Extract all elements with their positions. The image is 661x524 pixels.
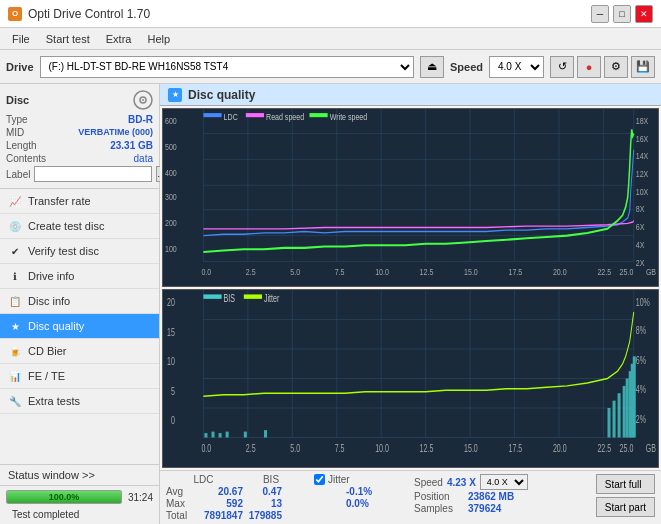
verify-test-disc-icon: ✔ [8,244,22,258]
svg-rect-77 [607,408,610,438]
app-title: Opti Drive Control 1.70 [28,7,150,21]
svg-text:18X: 18X [636,115,649,126]
svg-text:300: 300 [165,191,177,202]
svg-text:2%: 2% [636,413,646,425]
nav-extra-tests[interactable]: 🔧 Extra tests [0,389,159,414]
ldc-header: LDC [176,474,231,485]
status-time: 31:24 [128,492,153,503]
drive-select[interactable]: (F:) HL-DT-ST BD-RE WH16NS58 TST4 [40,56,414,78]
create-test-disc-icon: 💿 [8,219,22,233]
label-input[interactable] [34,166,152,182]
max-ldc: 592 [198,498,243,509]
svg-rect-76 [264,430,267,437]
svg-rect-3 [163,109,658,286]
speed-select[interactable]: 4.0 X [489,56,544,78]
refresh-button[interactable]: ↺ [550,56,574,78]
speed-header: Speed [414,477,443,488]
svg-text:7.5: 7.5 [335,266,345,277]
close-button[interactable]: ✕ [635,5,653,23]
svg-text:BIS: BIS [224,292,235,304]
speed-label: Speed [450,61,483,73]
svg-rect-73 [219,433,222,437]
nav-verify-test-disc[interactable]: ✔ Verify test disc [0,239,159,264]
svg-text:400: 400 [165,167,177,178]
disc-quality-header-icon: ★ [168,88,182,102]
status-bar: Status window >> 100.0% 31:24 Test compl… [0,464,159,524]
svg-rect-79 [618,393,621,437]
status-progress-area: 100.0% 31:24 [0,486,159,508]
svg-text:10X: 10X [636,186,649,197]
svg-rect-25 [309,113,327,117]
nav-drive-info[interactable]: ℹ Drive info [0,264,159,289]
menu-start-test[interactable]: Start test [38,31,98,47]
status-text: Test completed [6,509,85,524]
svg-text:12X: 12X [636,168,649,179]
samples-label: Samples [414,503,464,514]
settings-button[interactable]: ⚙ [604,56,628,78]
menu-bar: File Start test Extra Help [0,28,661,50]
svg-text:17.5: 17.5 [508,443,522,455]
svg-text:GB: GB [646,443,656,455]
disc-contents-row: Contents data [6,153,153,164]
ldc-chart: LDC Read speed Write speed 600 500 400 3… [162,108,659,287]
avg-ldc: 20.67 [198,486,243,497]
svg-text:12.5: 12.5 [420,443,434,455]
disc-quality-icon: ★ [8,319,22,333]
bis-header: BIS [251,474,291,485]
svg-text:20.0: 20.0 [553,266,567,277]
svg-text:2.5: 2.5 [246,266,256,277]
disc-panel-title: Disc [6,94,29,106]
nav-disc-info[interactable]: 📋 Disc info [0,289,159,314]
svg-text:500: 500 [165,141,177,152]
svg-rect-81 [626,379,629,438]
maximize-button[interactable]: □ [613,5,631,23]
start-part-button[interactable]: Start part [596,497,655,517]
menu-extra[interactable]: Extra [98,31,140,47]
cd-bier-icon: 🍺 [8,344,22,358]
menu-help[interactable]: Help [139,31,178,47]
svg-text:8%: 8% [636,325,646,337]
nav-transfer-rate[interactable]: 📈 Transfer rate [0,189,159,214]
status-window-button[interactable]: Status window >> [0,465,159,486]
nav-cd-bier[interactable]: 🍺 CD Bier [0,339,159,364]
save-button[interactable]: 💾 [631,56,655,78]
nav-disc-quality[interactable]: ★ Disc quality [0,314,159,339]
minimize-button[interactable]: ─ [591,5,609,23]
jitter-checkbox[interactable] [314,474,325,485]
svg-text:4X: 4X [636,239,645,250]
speed-current: 4.23 X [447,477,476,488]
total-bis: 179885 [247,510,282,521]
svg-text:0.0: 0.0 [201,266,211,277]
nav-create-test-disc[interactable]: 💿 Create test disc [0,214,159,239]
drive-info-icon: ℹ [8,269,22,283]
extra-tests-icon: 🔧 [8,394,22,408]
menu-file[interactable]: File [4,31,38,47]
samples-val: 379624 [468,503,501,514]
speed-select-stats[interactable]: 4.0 X [480,474,528,490]
max-jitter: 0.0% [346,498,369,509]
svg-text:20.0: 20.0 [553,443,567,455]
svg-text:25.0: 25.0 [620,266,634,277]
svg-text:6%: 6% [636,354,646,366]
disc-quality-header: ★ Disc quality [160,84,661,106]
content-area: ★ Disc quality [160,84,661,524]
record-button[interactable]: ● [577,56,601,78]
svg-rect-74 [226,432,229,438]
total-ldc: 7891847 [198,510,243,521]
svg-text:16X: 16X [636,133,649,144]
nav-fe-te[interactable]: 📊 FE / TE [0,364,159,389]
svg-text:10.0: 10.0 [375,266,389,277]
svg-text:200: 200 [165,217,177,228]
bis-chart: BIS Jitter 20 15 10 5 0 10% 8% 6% 4% 2% [162,289,659,468]
max-bis: 13 [247,498,282,509]
start-full-button[interactable]: Start full [596,474,655,494]
drive-bar: Drive (F:) HL-DT-ST BD-RE WH16NS58 TST4 … [0,50,661,84]
title-bar: O Opti Drive Control 1.70 ─ □ ✕ [0,0,661,28]
svg-text:10: 10 [167,356,175,368]
svg-text:22.5: 22.5 [597,266,611,277]
svg-text:Write speed: Write speed [330,111,368,122]
svg-text:8X: 8X [636,203,645,214]
svg-text:Read speed: Read speed [266,111,304,122]
eject-button[interactable]: ⏏ [420,56,444,78]
progress-bar-fill: 100.0% [7,491,121,503]
